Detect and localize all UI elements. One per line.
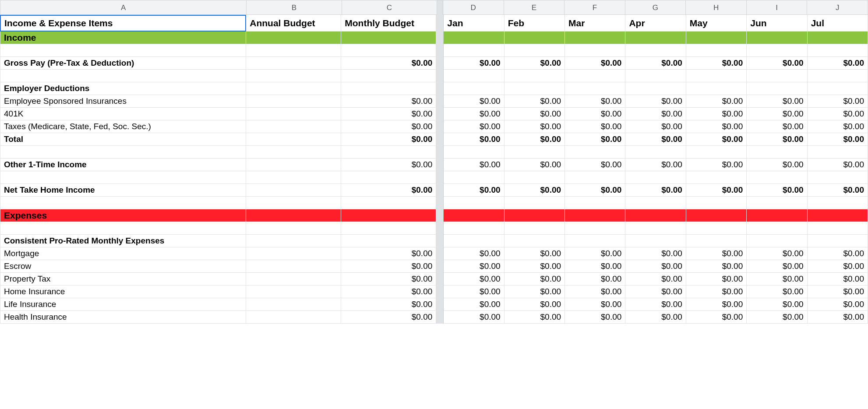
cell[interactable]: $0.00 (625, 95, 686, 108)
col-header-F[interactable]: F (565, 0, 625, 15)
cell[interactable]: $0.00 (505, 159, 565, 171)
cell[interactable] (246, 108, 341, 120)
cell[interactable] (444, 32, 504, 44)
cell[interactable] (686, 32, 747, 44)
cell[interactable]: $0.00 (747, 273, 807, 286)
cell[interactable] (246, 311, 341, 324)
section-label[interactable]: Income (0, 32, 246, 44)
row-label[interactable]: Employer Deductions (0, 82, 246, 95)
cell[interactable] (747, 44, 807, 57)
cell[interactable] (686, 197, 747, 209)
cell[interactable] (686, 82, 747, 95)
cell[interactable]: $0.00 (565, 311, 625, 324)
cell[interactable] (625, 70, 686, 82)
cell[interactable]: $0.00 (505, 273, 565, 286)
cell[interactable]: $0.00 (565, 57, 625, 70)
cell[interactable] (808, 70, 868, 82)
cell[interactable] (444, 146, 504, 159)
cell[interactable]: $0.00 (565, 273, 625, 286)
cell-B1[interactable]: Annual Budget (246, 15, 341, 32)
cell[interactable] (565, 222, 625, 235)
cell[interactable]: $0.00 (625, 57, 686, 70)
cell[interactable] (625, 82, 686, 95)
cell[interactable] (341, 197, 436, 209)
cell[interactable] (444, 82, 504, 95)
cell[interactable]: $0.00 (341, 311, 436, 324)
cell[interactable]: $0.00 (808, 108, 868, 120)
cell[interactable]: $0.00 (686, 247, 747, 260)
cell[interactable]: $0.00 (808, 95, 868, 108)
cell[interactable] (686, 146, 747, 159)
cell[interactable]: $0.00 (505, 260, 565, 273)
cell-C1[interactable]: Monthly Budget (341, 15, 436, 32)
cell[interactable] (565, 235, 625, 247)
cell[interactable] (686, 222, 747, 235)
cell[interactable] (444, 222, 504, 235)
cell[interactable]: $0.00 (444, 311, 504, 324)
cell[interactable]: $0.00 (444, 95, 504, 108)
cell[interactable] (747, 70, 807, 82)
cell[interactable]: $0.00 (565, 95, 625, 108)
cell[interactable] (747, 235, 807, 247)
cell[interactable]: $0.00 (686, 260, 747, 273)
cell[interactable] (625, 32, 686, 44)
col-header-H[interactable]: H (686, 0, 747, 15)
cell[interactable]: $0.00 (341, 286, 436, 298)
cell[interactable] (625, 235, 686, 247)
cell[interactable]: $0.00 (341, 108, 436, 120)
cell[interactable] (444, 209, 504, 222)
cell[interactable]: $0.00 (808, 260, 868, 273)
cell[interactable] (505, 70, 565, 82)
cell[interactable] (246, 44, 341, 57)
cell[interactable]: $0.00 (625, 108, 686, 120)
cell[interactable] (341, 146, 436, 159)
cell-H1[interactable]: May (686, 15, 747, 32)
cell[interactable]: $0.00 (747, 133, 807, 146)
cell[interactable]: $0.00 (747, 95, 807, 108)
row-label[interactable]: Taxes (Medicare, State, Fed, Soc. Sec.) (0, 120, 246, 133)
cell[interactable]: $0.00 (686, 273, 747, 286)
cell[interactable] (747, 222, 807, 235)
cell[interactable] (565, 197, 625, 209)
cell[interactable]: $0.00 (444, 273, 504, 286)
cell[interactable] (246, 146, 341, 159)
cell[interactable] (625, 209, 686, 222)
cell[interactable] (565, 82, 625, 95)
cell[interactable]: $0.00 (565, 247, 625, 260)
cell[interactable] (505, 146, 565, 159)
cell[interactable]: $0.00 (686, 57, 747, 70)
cell[interactable]: $0.00 (808, 159, 868, 171)
col-header-E[interactable]: E (504, 0, 565, 15)
cell[interactable]: $0.00 (505, 133, 565, 146)
cell[interactable] (444, 197, 504, 209)
cell[interactable]: $0.00 (686, 108, 747, 120)
cell[interactable]: $0.00 (747, 260, 807, 273)
cell[interactable]: $0.00 (341, 184, 436, 197)
cell[interactable] (505, 209, 565, 222)
cell[interactable]: $0.00 (565, 286, 625, 298)
cell[interactable]: $0.00 (565, 108, 625, 120)
col-header-I[interactable]: I (747, 0, 808, 15)
cell[interactable] (565, 70, 625, 82)
row-label[interactable]: Other 1-Time Income (0, 159, 246, 171)
row-label[interactable]: Consistent Pro-Rated Monthly Expenses (0, 235, 246, 247)
cell[interactable] (444, 44, 504, 57)
section-label[interactable]: Expenses (0, 209, 246, 222)
cell[interactable]: $0.00 (444, 247, 504, 260)
cell[interactable] (246, 82, 341, 95)
cell[interactable] (505, 171, 565, 184)
cell[interactable] (0, 222, 246, 235)
cell[interactable] (686, 209, 747, 222)
cell-A1[interactable]: Income & Expense Items (0, 15, 246, 32)
cell[interactable]: $0.00 (505, 184, 565, 197)
cell[interactable]: $0.00 (747, 311, 807, 324)
col-header-J[interactable]: J (807, 0, 868, 15)
cell[interactable] (0, 197, 246, 209)
cell[interactable] (341, 44, 436, 57)
cell[interactable] (505, 82, 565, 95)
cell[interactable]: $0.00 (505, 247, 565, 260)
cell[interactable] (808, 82, 868, 95)
cell[interactable]: $0.00 (565, 133, 625, 146)
cell[interactable]: $0.00 (341, 273, 436, 286)
cell[interactable]: $0.00 (686, 133, 747, 146)
